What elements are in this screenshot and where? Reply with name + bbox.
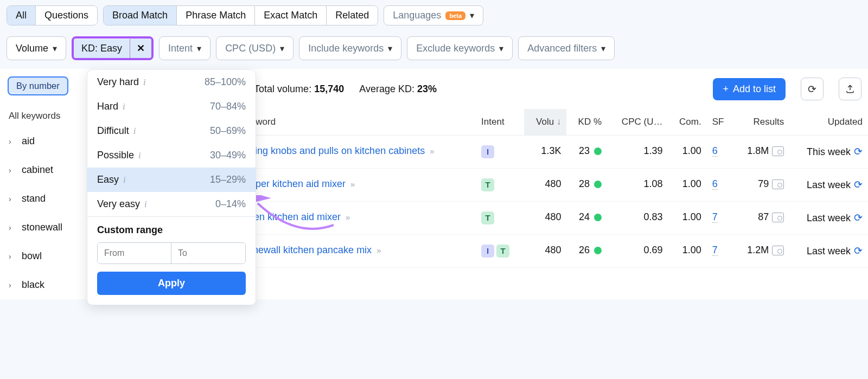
kd-option-label: Difficult: [97, 125, 129, 137]
exclude-keywords-filter[interactable]: Exclude keywords ▾: [407, 36, 513, 60]
serp-icon[interactable]: [772, 213, 784, 222]
chevron-right-icon: ›: [9, 281, 15, 290]
cell-cpc: 0.69: [607, 235, 668, 268]
refresh-button[interactable]: ⟳: [801, 78, 824, 100]
table-row: + mixing knobs and pulls on kitchen cabi…: [184, 136, 868, 169]
sidebar-item-label: aid: [22, 136, 35, 147]
cell-updated: Last week⟳: [789, 202, 868, 235]
intent-filter[interactable]: Intent ▾: [159, 36, 210, 60]
refresh-icon: ⟳: [808, 83, 816, 95]
volume-filter[interactable]: Volume ▾: [7, 36, 66, 60]
kd-option-very-hard[interactable]: Very hardi85–100%: [87, 70, 256, 94]
tab-phrase-match[interactable]: Phrase Match: [177, 6, 255, 25]
serp-icon[interactable]: [772, 146, 784, 156]
info-icon: i: [123, 101, 125, 112]
kd-dropdown: Very hardi85–100%Hardi70–84%Difficulti50…: [87, 69, 256, 299]
chevron-right-icon: ›: [9, 223, 15, 232]
cell-cpc: 0.83: [607, 202, 668, 235]
match-type-group-2: Broad Match Phrase Match Exact Match Rel…: [103, 5, 378, 25]
sf-link[interactable]: 7: [712, 211, 718, 223]
intent-badge-i: I: [481, 245, 494, 258]
keyword-link[interactable]: stonewall kitchen pancake mix »: [240, 245, 381, 255]
export-icon: [845, 84, 855, 94]
sf-link[interactable]: 7: [712, 245, 718, 256]
cell-volume: 480: [524, 169, 566, 202]
cell-kd: 23: [579, 145, 602, 157]
kd-option-label: Hard: [97, 101, 118, 112]
kd-option-range: 50–69%: [210, 125, 246, 137]
info-icon: i: [144, 199, 147, 210]
refresh-row-icon[interactable]: ⟳: [854, 245, 863, 256]
intent-badge-t: T: [481, 178, 494, 191]
col-kd[interactable]: KD %: [566, 109, 607, 136]
apply-button[interactable]: Apply: [97, 272, 246, 295]
chevron-right-icon: ›: [9, 252, 15, 261]
info-icon: i: [143, 77, 146, 88]
chevron-down-icon: ▾: [53, 43, 57, 54]
kd-filter-clear[interactable]: ✕: [130, 38, 151, 58]
tab-related[interactable]: Related: [327, 6, 378, 25]
custom-range-from[interactable]: [98, 243, 171, 264]
serp-icon[interactable]: [772, 246, 784, 255]
info-icon: i: [138, 150, 141, 161]
col-sf[interactable]: SF: [707, 109, 733, 136]
keyword-link[interactable]: mixing knobs and pulls on kitchen cabine…: [240, 145, 435, 156]
kd-filter-label[interactable]: KD: Easy: [74, 39, 130, 58]
kd-option-hard[interactable]: Hardi70–84%: [87, 94, 256, 119]
add-to-list-button[interactable]: + Add to list: [713, 78, 786, 100]
custom-range-to[interactable]: [171, 243, 245, 264]
cell-updated: Last week⟳: [789, 235, 868, 268]
chevron-right-icon: ›: [9, 137, 15, 146]
kd-option-difficult[interactable]: Difficulti50–69%: [87, 119, 256, 143]
refresh-row-icon[interactable]: ⟳: [854, 212, 863, 223]
sidebar-item-label: cabinet: [22, 164, 53, 176]
col-cpc[interactable]: CPC (U…: [607, 109, 668, 136]
serp-icon[interactable]: [772, 179, 784, 189]
tab-all[interactable]: All: [7, 6, 36, 25]
include-keywords-filter[interactable]: Include keywords ▾: [299, 36, 401, 60]
col-intent[interactable]: Intent: [476, 109, 524, 136]
intent-badge-i: I: [481, 145, 494, 158]
kd-option-very-easy[interactable]: Very easyi0–14%: [87, 192, 256, 216]
kd-option-possible[interactable]: Possiblei30–49%: [87, 143, 256, 168]
col-updated[interactable]: Updated: [789, 109, 868, 136]
keyword-link[interactable]: green kitchen aid mixer »: [240, 211, 350, 222]
cell-com: 1.00: [668, 202, 706, 235]
chevron-right-icon: ›: [9, 166, 15, 175]
open-icon: »: [350, 179, 355, 189]
chevron-down-icon: ▾: [388, 43, 392, 54]
by-number-toggle[interactable]: By number: [8, 76, 68, 95]
cell-volume: 480: [524, 202, 566, 235]
kd-difficulty-dot: [594, 214, 602, 221]
cell-com: 1.00: [668, 235, 706, 268]
cell-kd: 28: [579, 178, 602, 190]
refresh-row-icon[interactable]: ⟳: [854, 179, 863, 190]
cell-cpc: 1.39: [607, 136, 668, 169]
col-results[interactable]: Results: [733, 109, 790, 136]
export-button[interactable]: [839, 78, 861, 100]
cpc-filter[interactable]: CPC (USD) ▾: [216, 36, 293, 60]
kd-option-easy[interactable]: Easyi15–29%: [87, 168, 256, 192]
average-kd: Average KD: 23%: [359, 83, 437, 95]
kd-option-range: 15–29%: [210, 174, 246, 185]
cell-volume: 1.3K: [524, 136, 566, 169]
tab-questions[interactable]: Questions: [36, 6, 97, 25]
table-row: + stonewall kitchen pancake mix » IT 480…: [184, 235, 868, 268]
languages-dropdown[interactable]: Languages beta ▾: [384, 5, 483, 25]
sidebar-item-label: stonewall: [22, 222, 62, 233]
kd-option-range: 30–49%: [210, 150, 246, 161]
sf-link[interactable]: 6: [712, 145, 718, 157]
kd-difficulty-dot: [594, 147, 602, 155]
tab-exact-match[interactable]: Exact Match: [255, 6, 327, 25]
col-com[interactable]: Com.: [668, 109, 706, 136]
col-volume[interactable]: Volu ↓: [524, 109, 566, 136]
tab-broad-match[interactable]: Broad Match: [104, 6, 177, 25]
advanced-filters[interactable]: Advanced filters ▾: [518, 36, 615, 60]
chevron-down-icon: ▾: [280, 43, 284, 54]
sf-link[interactable]: 6: [712, 178, 718, 190]
refresh-row-icon[interactable]: ⟳: [854, 146, 863, 157]
keyword-link[interactable]: copper kitchen aid mixer »: [240, 178, 355, 189]
sidebar-item-label: black: [22, 279, 44, 291]
kd-difficulty-dot: [594, 247, 602, 254]
col-keyword[interactable]: Keyword: [234, 109, 476, 136]
